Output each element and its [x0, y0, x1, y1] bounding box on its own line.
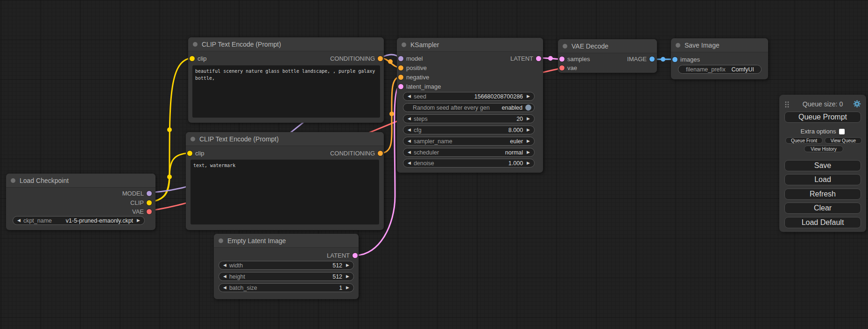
scheduler-widget[interactable]: ◀ scheduler normal ▶ [403, 148, 535, 157]
widget-value: enabled [502, 105, 523, 111]
link-midpoint-dot[interactable] [388, 59, 393, 64]
output-port-conditioning[interactable] [378, 151, 383, 156]
input-port-model[interactable] [398, 56, 403, 61]
node-ksampler[interactable]: KSampler model LATENT positive negative [397, 38, 543, 173]
output-label: CONDITIONING [330, 150, 375, 157]
node-graph-canvas[interactable]: Load Checkpoint MODEL CLIP VAE ◀ ckpt_na… [0, 0, 868, 329]
input-port-vae[interactable] [559, 65, 565, 70]
collapse-dot-icon[interactable] [193, 42, 198, 47]
save-button[interactable]: Save [784, 160, 861, 171]
prompt-textarea[interactable]: text, watermark [191, 160, 379, 224]
decrement-arrow-icon[interactable]: ◀ [408, 150, 411, 154]
queue-menu-panel[interactable]: Queue size: 0 Queue Prompt Extra options… [779, 95, 866, 232]
output-port-vae[interactable] [147, 209, 152, 214]
output-port-model[interactable] [147, 191, 152, 196]
collapse-dot-icon[interactable] [11, 178, 15, 183]
input-port-samples[interactable] [559, 56, 565, 62]
decrement-arrow-icon[interactable]: ◀ [408, 161, 411, 165]
filename-prefix-widget[interactable]: filename_prefix ComfyUI [678, 65, 762, 74]
node-title-bar[interactable]: Save Image [671, 38, 768, 52]
input-port-images[interactable] [672, 57, 677, 62]
view-history-button[interactable]: View History [804, 146, 843, 152]
increment-arrow-icon[interactable]: ▶ [137, 218, 140, 223]
input-port-clip[interactable] [190, 56, 195, 61]
refresh-button[interactable]: Refresh [784, 189, 861, 200]
node-clip-text-encode-positive[interactable]: CLIP Text Encode (Prompt) clip CONDITION… [188, 37, 384, 123]
input-label: samples [567, 56, 590, 63]
increment-arrow-icon[interactable]: ▶ [527, 139, 530, 143]
collapse-dot-icon[interactable] [402, 42, 406, 47]
increment-arrow-icon[interactable]: ▶ [527, 117, 530, 121]
decrement-arrow-icon[interactable]: ◀ [223, 274, 226, 279]
cfg-widget[interactable]: ◀ cfg 8.000 ▶ [403, 126, 535, 134]
decrement-arrow-icon[interactable]: ◀ [408, 128, 411, 132]
link-midpoint-dot[interactable] [661, 57, 665, 62]
node-title-bar[interactable]: KSampler [397, 38, 543, 52]
toggle-on-icon[interactable] [525, 105, 531, 111]
input-port-negative[interactable] [398, 75, 403, 80]
batch-size-widget[interactable]: ◀ batch_size 1 ▶ [219, 283, 354, 292]
increment-arrow-icon[interactable]: ▶ [346, 274, 349, 279]
node-empty-latent-image[interactable]: Empty Latent Image LATENT ◀ width 512 ▶ … [214, 234, 359, 299]
decrement-arrow-icon[interactable]: ◀ [223, 263, 226, 267]
input-port-latent-image[interactable] [398, 84, 403, 89]
increment-arrow-icon[interactable]: ▶ [527, 161, 530, 165]
load-default-button[interactable]: Load Default [784, 217, 861, 228]
node-title-bar[interactable]: VAE Decode [558, 39, 657, 53]
node-load-checkpoint[interactable]: Load Checkpoint MODEL CLIP VAE ◀ ckpt_na… [6, 174, 155, 230]
widget-value: 156680208700286 [474, 93, 523, 100]
output-port-latent[interactable] [536, 56, 541, 61]
increment-arrow-icon[interactable]: ▶ [527, 94, 530, 98]
link-midpoint-dot[interactable] [548, 56, 553, 61]
steps-widget[interactable]: ◀ steps 20 ▶ [403, 114, 535, 123]
decrement-arrow-icon[interactable]: ◀ [17, 218, 21, 223]
width-widget[interactable]: ◀ width 512 ▶ [219, 261, 354, 270]
view-queue-button[interactable]: View Queue [825, 137, 862, 144]
increment-arrow-icon[interactable]: ▶ [346, 263, 349, 267]
output-port-latent[interactable] [353, 253, 358, 258]
input-port-clip[interactable] [187, 151, 192, 156]
collapse-dot-icon[interactable] [563, 44, 567, 49]
link-midpoint-dot[interactable] [389, 112, 394, 116]
node-title-bar[interactable]: Empty Latent Image [214, 234, 359, 248]
collapse-dot-icon[interactable] [676, 43, 680, 48]
load-button[interactable]: Load [784, 174, 861, 185]
input-label: negative [406, 74, 429, 81]
output-port-clip[interactable] [147, 200, 152, 205]
seed-widget[interactable]: ◀ seed 156680208700286 ▶ [403, 92, 535, 101]
input-port-positive[interactable] [398, 65, 403, 70]
denoise-widget[interactable]: ◀ denoise 1.000 ▶ [403, 159, 535, 168]
queue-prompt-button[interactable]: Queue Prompt [784, 112, 861, 123]
node-clip-text-encode-negative[interactable]: CLIP Text Encode (Prompt) clip CONDITION… [186, 132, 384, 230]
node-title-bar[interactable]: Load Checkpoint [6, 174, 155, 188]
node-title-bar[interactable]: CLIP Text Encode (Prompt) [186, 132, 384, 146]
collapse-dot-icon[interactable] [191, 137, 195, 141]
decrement-arrow-icon[interactable]: ◀ [408, 117, 411, 121]
output-port-conditioning[interactable] [378, 56, 383, 61]
node-save-image[interactable]: Save Image images filename_prefix ComfyU… [671, 38, 768, 79]
gear-icon[interactable] [853, 100, 861, 108]
output-port-image[interactable] [649, 56, 655, 62]
extra-options-checkbox[interactable] [839, 129, 845, 134]
decrement-arrow-icon[interactable]: ◀ [408, 139, 411, 143]
ckpt-name-widget[interactable]: ◀ ckpt_name v1-5-pruned-emaonly.ckpt ▶ [13, 216, 145, 225]
widget-value: 512 [332, 262, 342, 269]
widget-label: denoise [414, 160, 434, 167]
random-seed-toggle-widget[interactable]: Random seed after every gen enabled [403, 103, 535, 112]
node-title-bar[interactable]: CLIP Text Encode (Prompt) [188, 37, 384, 51]
queue-front-button[interactable]: Queue Front [785, 137, 823, 144]
node-vae-decode[interactable]: VAE Decode samples IMAGE vae [558, 39, 657, 73]
increment-arrow-icon[interactable]: ▶ [346, 286, 349, 290]
sampler-name-widget[interactable]: ◀ sampler_name euler ▶ [403, 137, 535, 146]
decrement-arrow-icon[interactable]: ◀ [408, 94, 411, 98]
clear-button[interactable]: Clear [784, 203, 861, 214]
collapse-dot-icon[interactable] [219, 238, 223, 243]
height-widget[interactable]: ◀ height 512 ▶ [219, 272, 354, 281]
increment-arrow-icon[interactable]: ▶ [527, 150, 530, 154]
link-midpoint-dot[interactable] [167, 175, 172, 179]
decrement-arrow-icon[interactable]: ◀ [223, 286, 226, 290]
widget-value: 1 [339, 285, 342, 291]
prompt-textarea[interactable]: beautiful scenery nature glass bottle la… [192, 65, 380, 118]
increment-arrow-icon[interactable]: ▶ [527, 128, 530, 132]
link-midpoint-dot[interactable] [167, 127, 172, 132]
